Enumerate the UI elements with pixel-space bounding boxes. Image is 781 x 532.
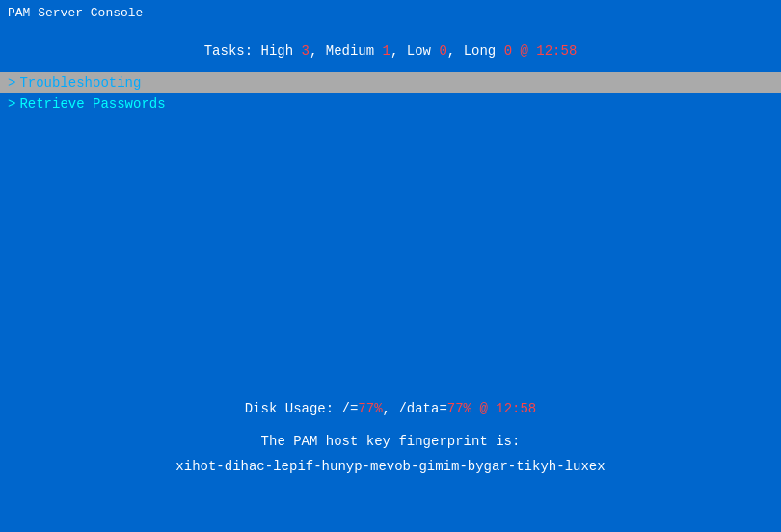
fingerprint-label: The PAM host key fingerprint is: — [0, 434, 781, 449]
menu-item-retrieve-label: Retrieve Passwords — [19, 96, 165, 112]
disk-root-value: 77% — [358, 401, 382, 416]
menu-item-troubleshooting[interactable]: > Troubleshooting — [0, 72, 781, 93]
disk-usage-label: Disk Usage: — [245, 401, 334, 416]
tasks-long-value: 0 — [504, 43, 512, 59]
tasks-low-value: 0 — [439, 43, 446, 59]
tasks-at: @ — [520, 43, 536, 59]
disk-usage-line: Disk Usage: /=77%, /data=77% @ 12:58 — [0, 401, 781, 416]
menu-area: > Troubleshooting > Retrieve Passwords — [0, 72, 781, 115]
app-title: PAM Server Console — [8, 6, 143, 20]
tasks-label: Tasks: — [204, 43, 253, 59]
arrow-icon-retrieve: > — [8, 96, 15, 112]
tasks-high-word: High — [261, 43, 294, 59]
arrow-icon-troubleshooting: > — [8, 75, 15, 91]
fingerprint-value: xihot-dihac-lepif-hunyp-mevob-gimim-byga… — [0, 459, 781, 474]
disk-data-label: /data= — [398, 401, 446, 416]
disk-at: @ — [479, 401, 496, 416]
tasks-bar: Tasks: High 3, Medium 1, Low 0, Long 0 @… — [0, 26, 781, 68]
tasks-low-word: Low — [407, 43, 431, 59]
disk-time: 12:58 — [496, 401, 536, 416]
tasks-comma3: , — [447, 43, 464, 59]
tasks-comma1: , — [310, 43, 326, 59]
fingerprint-value-text: xihot-dihac-lepif-hunyp-mevob-gimim-byga… — [175, 459, 605, 474]
disk-data-value: 77% — [447, 401, 471, 416]
fingerprint-label-text: The PAM host key fingerprint is: — [261, 434, 521, 449]
tasks-time: 12:58 — [536, 43, 577, 59]
tasks-long-word: Long — [464, 43, 497, 59]
title-bar: PAM Server Console — [0, 0, 781, 26]
tasks-high-value: 3 — [302, 43, 310, 59]
disk-root-label-text: /= — [342, 401, 359, 416]
tasks-medium-value: 1 — [383, 43, 390, 59]
disk-comma: , — [383, 401, 399, 416]
bottom-area: Disk Usage: /=77%, /data=77% @ 12:58 The… — [0, 401, 781, 474]
tasks-medium-word: Medium — [326, 43, 374, 59]
tasks-comma2: , — [390, 43, 407, 59]
app-container: PAM Server Console Tasks: High 3, Medium… — [0, 0, 781, 532]
menu-item-troubleshooting-label: Troubleshooting — [19, 75, 141, 91]
menu-item-retrieve-passwords[interactable]: > Retrieve Passwords — [0, 93, 781, 115]
